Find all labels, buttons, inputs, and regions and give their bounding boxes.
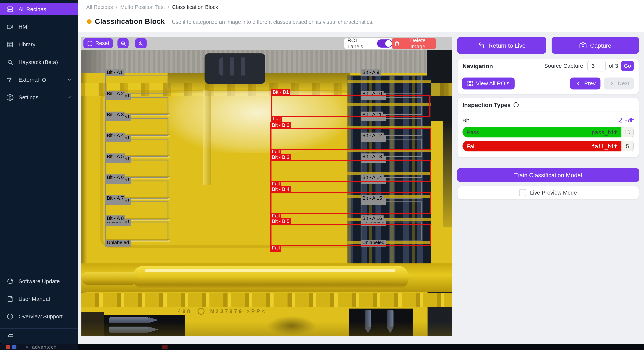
class-count: 10: [622, 127, 634, 137]
roi-bit-b-3[interactable]: Bit - B 3Fail: [270, 160, 431, 182]
class-bar-pass[interactable]: Passpass_bit10: [462, 127, 634, 137]
zoom-out-button[interactable]: [118, 38, 128, 48]
viewer-toolbar: Reset ROI Labels: [81, 37, 452, 50]
roi-label: Bit - B 3: [270, 154, 291, 161]
edit-classes-link[interactable]: Edit: [617, 117, 634, 123]
inspection-types-title: Inspection Types: [462, 102, 511, 108]
source-capture-input[interactable]: [588, 60, 606, 71]
live-preview-card: Live Preview Mode: [457, 186, 639, 199]
roi-labels-control: ROI Labels: [344, 38, 392, 49]
grid-icon: [467, 80, 473, 87]
zoom-out-icon: [120, 40, 126, 46]
sidebar-item-haystack-beta[interactable]: Haystack (Beta): [0, 56, 78, 68]
roi-bit-b-4[interactable]: Bit - B 4Fail: [270, 192, 431, 214]
sidebar-item-label: Software Update: [18, 278, 60, 284]
sidebar-item-label: HMI: [18, 24, 29, 30]
sidebar-item-hmi[interactable]: HMI: [0, 21, 78, 32]
inspection-types-card: Inspection Types Bit Edit: [457, 98, 639, 158]
sidebar: All RecipesHMILibraryHaystack (Beta)Exte…: [0, 0, 78, 344]
io-icon: [6, 76, 14, 83]
case-groove: [203, 90, 211, 185]
class-bar-fill: Passpass_bit: [462, 127, 622, 137]
next-button[interactable]: Next: [604, 78, 634, 89]
roi-label: Bit - A 16: [360, 216, 384, 223]
edit-label: Edit: [624, 117, 634, 123]
class-label: Fail: [466, 143, 476, 149]
roi-labels-label: ROI Labels: [348, 37, 374, 50]
return-to-live-button[interactable]: Return to Live: [457, 37, 546, 54]
photo-dark-edge-right: [443, 121, 452, 227]
reset-view-button[interactable]: Reset: [83, 38, 113, 48]
page-description: Use it to categorize an image into diffe…: [172, 19, 374, 25]
sidebar-item-label: User Manual: [18, 296, 50, 302]
navigation-header-row: Navigation Source Capture: of 3 Go: [458, 59, 638, 73]
roi-bit-a-8[interactable]: Bit - A 8Unlabeled: [105, 222, 168, 240]
roi-label: Bit - A 2: [105, 91, 126, 98]
library-icon: [6, 41, 14, 48]
inspection-types-header: Inspection Types: [458, 98, 638, 112]
refresh-icon: [6, 278, 14, 285]
sidebar-item-all-recipes[interactable]: All Recipes: [0, 3, 78, 15]
collapse-sidebar-icon: [6, 333, 14, 340]
go-button[interactable]: Go: [621, 61, 634, 71]
roi-label: Bit - A 13: [360, 154, 384, 160]
return-arrow-icon: [478, 42, 485, 49]
main-area: All Recipes/Multo Position Test/Classifi…: [78, 0, 644, 344]
page-header: All Recipes/Multo Position Test/Classifi…: [78, 0, 644, 32]
sidebar-footer: Software UpdateUser ManualOverview Suppo…: [0, 275, 78, 344]
class-bar-fail[interactable]: Failfail_bit5: [462, 141, 634, 151]
sidebar-item-user-manual[interactable]: User Manual: [0, 293, 78, 305]
source-capture-group: Source Capture: of 3 Go: [544, 60, 634, 71]
sidebar-item-label: External IO: [18, 76, 46, 83]
roi-bit-b1[interactable]: Bit - B1Fail: [271, 95, 430, 117]
hinge-pin: [81, 272, 138, 285]
train-model-button[interactable]: Train Classification Model: [457, 168, 639, 182]
sidebar-nav: All RecipesHMILibraryHaystack (Beta)Exte…: [0, 0, 78, 103]
prev-button[interactable]: Prev: [570, 78, 600, 89]
sidebar-item-software-update[interactable]: Software Update: [0, 275, 78, 287]
live-preview-checkbox[interactable]: [519, 189, 526, 196]
info-icon: [6, 313, 14, 320]
inspection-photo: 498 N237979 >PP<: [81, 50, 452, 336]
delete-image-label: Delete Image: [402, 37, 434, 50]
capture-button[interactable]: Capture: [552, 37, 639, 54]
breadcrumb-item-multo-position-test[interactable]: Multo Position Test: [120, 4, 165, 10]
roi-label: Bit - A 9: [360, 69, 381, 76]
class-tag: pass_bit: [592, 129, 617, 135]
screen: All RecipesHMILibraryHaystack (Beta)Exte…: [0, 0, 644, 350]
roi-label: Bit - A 3: [105, 112, 126, 119]
roi-bit-b-2[interactable]: Bit - B 2Fail: [270, 128, 431, 150]
photo-background-top: [81, 50, 452, 73]
prev-label: Prev: [584, 80, 596, 87]
roi-class-tag: Fail: [270, 245, 282, 252]
roi-label: Bit - B 4: [270, 186, 291, 193]
chevron-down-icon: [66, 94, 72, 100]
right-panel: Return to Live Capture Navigation Source…: [457, 37, 639, 199]
delete-image-button[interactable]: Delete Image: [392, 38, 436, 49]
class-count: 5: [622, 141, 634, 151]
roi-label: Bit - A 6: [105, 174, 126, 181]
view-all-rois-button[interactable]: View All ROIs: [462, 78, 514, 89]
sidebar-item-external-io[interactable]: External IO: [0, 74, 78, 85]
pencil-icon: [617, 118, 622, 123]
breadcrumb-separator: /: [116, 4, 118, 10]
brand-mark: #: [26, 344, 28, 349]
zoom-in-button[interactable]: [135, 38, 147, 48]
sidebar-item-settings[interactable]: Settings: [0, 92, 78, 103]
chevron-left-icon: [575, 80, 582, 87]
sidebar-collapse-button[interactable]: [0, 329, 78, 344]
search-icon: [6, 58, 14, 65]
roi-class-tag: Fail: [271, 116, 282, 123]
background-red-block: [162, 345, 168, 349]
roi-bit-b-5[interactable]: Bit - B 5Fail: [270, 224, 431, 246]
class-bars: Passpass_bit10Failfail_bit5: [462, 127, 634, 151]
case-latch: [204, 53, 265, 84]
sidebar-item-overview-support[interactable]: Overview Support: [0, 311, 78, 322]
camera-icon: [579, 42, 586, 49]
roi-label: Bit - A 4: [105, 133, 126, 139]
sidebar-item-library[interactable]: Library: [0, 38, 78, 50]
roi-labels-toggle[interactable]: [377, 39, 392, 48]
breadcrumb-item-all-recipes[interactable]: All Recipes: [86, 4, 113, 10]
sidebar-item-label: Library: [18, 41, 36, 47]
hmi-icon: [6, 23, 14, 30]
